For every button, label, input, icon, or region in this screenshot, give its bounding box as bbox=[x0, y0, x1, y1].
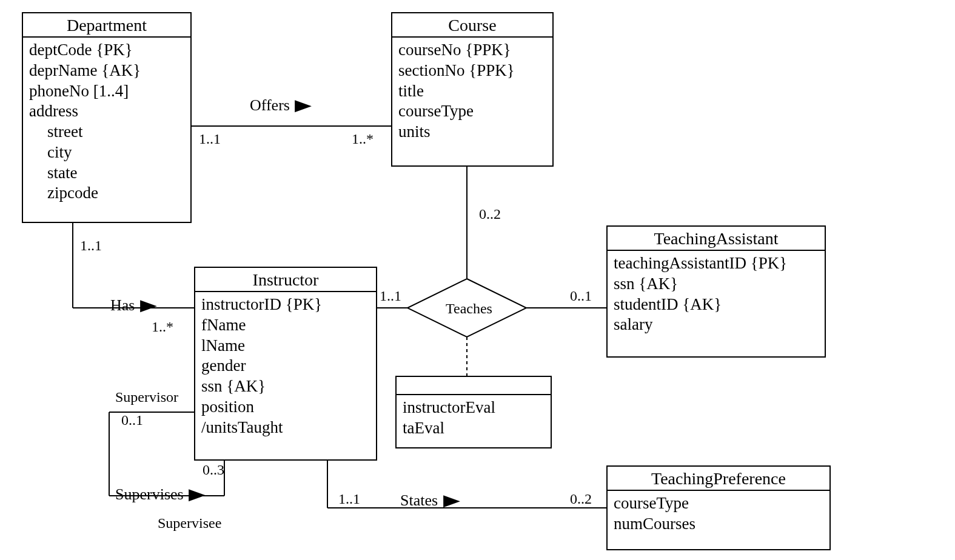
label-text: States bbox=[400, 492, 438, 509]
role-supervisor: Supervisor bbox=[115, 389, 178, 405]
attr: zipcode bbox=[29, 183, 184, 204]
attr: address bbox=[29, 101, 184, 122]
label-text: Supervises bbox=[115, 485, 184, 503]
role-supervisee: Supervisee bbox=[158, 515, 221, 532]
attr: courseType bbox=[398, 101, 546, 122]
label-text: Has bbox=[110, 296, 135, 314]
er-diagram: Department deptCode {PK} deprName {AK} p… bbox=[0, 0, 955, 560]
entity-title: TeachingPreference bbox=[608, 467, 829, 491]
attr: ssn {AK} bbox=[201, 376, 370, 397]
mult-teaches-ta: 0..1 bbox=[570, 288, 592, 304]
relationship-supervises: Supervises ▶ bbox=[115, 485, 203, 504]
attr: courseNo {PPK} bbox=[398, 40, 546, 61]
entity-teachingpreference: TeachingPreference courseType numCourses bbox=[606, 465, 831, 550]
attr: instructorID {PK} bbox=[201, 295, 370, 315]
attr: salary bbox=[614, 315, 819, 335]
attr: deprName {AK} bbox=[29, 61, 184, 81]
attr: street bbox=[29, 122, 184, 142]
entity-attributes: teachingAssistantID {PK} ssn {AK} studen… bbox=[608, 251, 825, 340]
arrow-icon: ▶ bbox=[140, 296, 157, 315]
mult-states-tp: 0..2 bbox=[570, 491, 592, 507]
entity-title: Course bbox=[392, 13, 552, 38]
attr: deptCode {PK} bbox=[29, 40, 184, 61]
entity-teachingassistant: TeachingAssistant teachingAssistantID {P… bbox=[606, 225, 826, 358]
attr: /unitsTaught bbox=[201, 418, 370, 438]
mult-offers-course: 1..* bbox=[352, 131, 374, 147]
entity-attributes: deptCode {PK} deprName {AK} phoneNo [1..… bbox=[23, 38, 190, 208]
attr: studentID {AK} bbox=[614, 295, 819, 315]
attr: courseType bbox=[614, 493, 823, 514]
entity-attributes: courseType numCourses bbox=[608, 491, 829, 539]
entity-title: Department bbox=[23, 13, 190, 38]
teaches-label: Teaches bbox=[446, 301, 492, 317]
attr: phoneNo [1..4] bbox=[29, 81, 184, 102]
attr: fName bbox=[201, 315, 370, 336]
attr: taEval bbox=[403, 418, 545, 439]
mult-supervisor: 0..1 bbox=[121, 412, 143, 428]
mult-supervisee: 0..3 bbox=[203, 462, 224, 478]
attr: city bbox=[29, 142, 184, 163]
mult-offers-dept: 1..1 bbox=[199, 131, 221, 147]
entity-instructor: Instructor instructorID {PK} fName lName… bbox=[194, 267, 377, 461]
entity-title: TeachingAssistant bbox=[608, 227, 825, 251]
relationship-states: States ▶ bbox=[400, 491, 458, 510]
entity-attributes: instructorEval taEval bbox=[397, 395, 551, 444]
mult-teaches-course: 0..2 bbox=[479, 206, 501, 222]
attr: gender bbox=[201, 356, 370, 376]
arrow-icon: ▶ bbox=[189, 485, 206, 504]
mult-states-instr: 1..1 bbox=[338, 491, 360, 507]
entity-course: Course courseNo {PPK} sectionNo {PPK} ti… bbox=[391, 12, 554, 167]
attr: numCourses bbox=[614, 514, 823, 535]
attr: teachingAssistantID {PK} bbox=[614, 253, 819, 274]
attr: instructorEval bbox=[403, 398, 545, 418]
entity-attributes: courseNo {PPK} sectionNo {PPK} title cou… bbox=[392, 38, 552, 147]
attr: state bbox=[29, 163, 184, 184]
attr: ssn {AK} bbox=[614, 274, 819, 295]
arrow-icon: ▶ bbox=[443, 491, 460, 510]
attr: lName bbox=[201, 336, 370, 356]
mult-has-instr: 1..* bbox=[152, 319, 173, 335]
label-text: Offers bbox=[250, 96, 290, 114]
attr: title bbox=[398, 81, 546, 102]
assoc-header-blank bbox=[397, 377, 551, 395]
arrow-icon: ▶ bbox=[295, 96, 312, 115]
entity-department: Department deptCode {PK} deprName {AK} p… bbox=[22, 12, 192, 223]
mult-has-dept: 1..1 bbox=[80, 238, 102, 254]
attr: sectionNo {PPK} bbox=[398, 61, 546, 81]
attr: units bbox=[398, 122, 546, 142]
relationship-offers: Offers ▶ bbox=[250, 96, 309, 115]
entity-title: Instructor bbox=[195, 268, 376, 292]
attr: position bbox=[201, 397, 370, 418]
entity-attributes: instructorID {PK} fName lName gender ssn… bbox=[195, 292, 376, 442]
assoc-class-teaches: instructorEval taEval bbox=[395, 376, 552, 448]
relationship-has: Has ▶ bbox=[110, 296, 155, 315]
mult-teaches-instr: 1..1 bbox=[380, 288, 401, 304]
